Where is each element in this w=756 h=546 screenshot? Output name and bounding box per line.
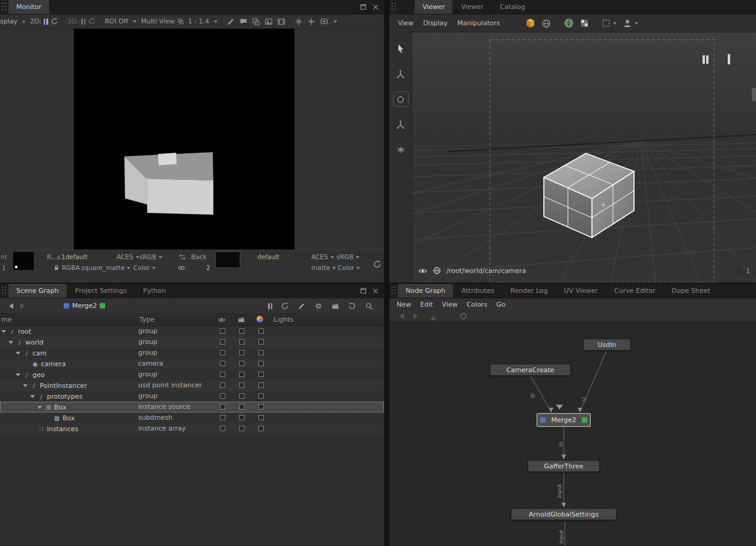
pixel-probe-icon[interactable]: [294, 17, 303, 26]
roi-dropdown[interactable]: ROI Off: [105, 17, 136, 25]
render-checkbox[interactable]: [239, 382, 245, 388]
save-image-icon[interactable]: [264, 17, 273, 26]
menu-item[interactable]: Display: [423, 19, 448, 27]
camera-view-dropdown[interactable]: [623, 19, 638, 28]
view-name[interactable]: 1default: [61, 253, 88, 260]
visibility-checkbox[interactable]: [220, 328, 225, 334]
tab[interactable]: Node Graph: [398, 284, 454, 298]
matte-b-dropdown[interactable]: matte: [311, 264, 336, 271]
node[interactable]: ArnoldGlobalSettings: [511, 508, 617, 520]
expand-arrow-icon[interactable]: [30, 395, 35, 400]
color-checkbox[interactable]: [258, 404, 264, 410]
expand-arrow-icon[interactable]: [37, 406, 42, 411]
menu-item[interactable]: Colors: [466, 301, 487, 308]
globe-icon[interactable]: [433, 266, 441, 275]
scale-tool-button[interactable]: [393, 117, 409, 132]
tab[interactable]: UV Viewer: [556, 284, 606, 298]
render-checkbox[interactable]: [239, 393, 245, 399]
color-checkbox[interactable]: [258, 328, 264, 334]
checker-background-icon[interactable]: [580, 19, 589, 28]
view-flag-triangle[interactable]: [556, 405, 563, 413]
pause-2d-button[interactable]: [44, 19, 48, 25]
visibility-checkbox[interactable]: [220, 361, 225, 366]
globe-icon[interactable]: [541, 19, 551, 28]
nav-back-button[interactable]: [397, 313, 404, 319]
render-checkbox[interactable]: [239, 361, 245, 366]
clapperboard-icon[interactable]: [331, 302, 340, 310]
camera-path[interactable]: /root/world/cam/camera: [447, 267, 526, 275]
tab[interactable]: Project Settings: [67, 284, 135, 298]
render-slot-label[interactable]: R...s: [47, 253, 60, 260]
menu-item[interactable]: View: [398, 19, 413, 27]
tab[interactable]: Scene Graph: [8, 284, 67, 298]
color-mode-b-dropdown[interactable]: Color: [338, 264, 360, 271]
maximize-pane-icon[interactable]: [359, 3, 367, 11]
scene-graph-row[interactable]: ∷ instances instance array: [0, 423, 384, 434]
menu-item[interactable]: View: [442, 301, 457, 308]
display-menu[interactable]: splay: [0, 17, 17, 25]
color-checkbox[interactable]: [258, 382, 264, 388]
color-checkbox[interactable]: [258, 393, 264, 399]
color-column-palette-icon[interactable]: [257, 316, 263, 322]
column-header-name[interactable]: me: [1, 316, 11, 324]
expand-arrow-icon[interactable]: [8, 341, 13, 346]
refresh-footer-icon[interactable]: [373, 260, 382, 269]
render-pause-button[interactable]: [703, 55, 709, 64]
select-tool-button[interactable]: [393, 41, 409, 57]
selection-mode-dropdown[interactable]: [602, 19, 617, 28]
copy-snapshot-icon[interactable]: [252, 17, 260, 26]
lock-icon[interactable]: [53, 264, 60, 271]
column-header-type[interactable]: Type: [139, 316, 154, 324]
pane-drag-handle[interactable]: [391, 286, 397, 296]
menu-item[interactable]: Go: [496, 301, 505, 308]
column-header-lights[interactable]: Lights: [273, 316, 293, 324]
scene-graph-row[interactable]: ∕ world group: [0, 337, 384, 348]
refresh-icon[interactable]: [281, 302, 289, 310]
channel-label[interactable]: RGBA: [62, 264, 80, 271]
tab[interactable]: Catalog: [492, 0, 534, 14]
transform-space-button[interactable]: [393, 142, 409, 158]
color-checkbox[interactable]: [258, 372, 264, 377]
edit-pencil-icon[interactable]: [297, 302, 306, 310]
crosshair-icon[interactable]: [307, 17, 316, 26]
catalog-thumbnail[interactable]: [13, 252, 34, 270]
back-buffer-label[interactable]: Back: [191, 253, 207, 260]
chevrons[interactable]: »: [22, 17, 26, 25]
history-back-button[interactable]: [6, 303, 13, 309]
render-checkbox[interactable]: [239, 415, 245, 420]
scene-graph-row[interactable]: ∕ geo group: [0, 369, 384, 380]
ocio-input-b-dropdown[interactable]: ACES: [311, 253, 334, 260]
pane-drag-handle[interactable]: [1, 2, 7, 12]
scene-graph-row[interactable]: ∕ prototypes group: [0, 391, 384, 402]
history-forward-button[interactable]: [20, 303, 28, 309]
viewer-3d-viewport[interactable]: /root/world/cam/camera 1: [412, 32, 756, 283]
render-stop-button[interactable]: [728, 55, 730, 63]
close-pane-icon[interactable]: [372, 4, 379, 11]
node-flag-blue[interactable]: [540, 417, 546, 423]
expand-arrow-icon[interactable]: [23, 384, 28, 390]
node[interactable]: GafferThree: [528, 460, 600, 472]
render-checkbox[interactable]: [239, 328, 245, 334]
color-checkbox[interactable]: [258, 426, 264, 431]
visibility-column-eye-icon[interactable]: [218, 316, 226, 324]
aspect-ratio-dropdown[interactable]: 1 : 1.4: [188, 17, 218, 25]
render-options-dropdown[interactable]: [320, 17, 337, 26]
flipbook-icon[interactable]: [277, 17, 285, 26]
render-checkbox[interactable]: [239, 350, 245, 355]
scene-graph-row[interactable]: ◉ camera camera: [0, 358, 384, 369]
render-checkbox[interactable]: [239, 339, 245, 345]
tab[interactable]: Python: [135, 284, 174, 298]
color-mode-dropdown[interactable]: Color: [133, 264, 156, 271]
frame-selection-icon[interactable]: [459, 312, 468, 321]
visibility-checkbox[interactable]: [220, 339, 225, 345]
close-pane-icon[interactable]: [372, 287, 379, 295]
ocio-display-dropdown[interactable]: sRGB: [139, 253, 162, 260]
node[interactable]: UsdIn: [583, 339, 631, 351]
node[interactable]: Merge2: [537, 413, 591, 427]
matte-dropdown[interactable]: square_matte: [81, 264, 130, 271]
node[interactable]: CameraCreate: [490, 364, 571, 376]
scene-graph-row[interactable]: ⊞ Box instance source: [0, 402, 384, 413]
nav-forward-button[interactable]: [413, 313, 421, 319]
shaded-cube-icon[interactable]: [525, 18, 535, 28]
menu-item[interactable]: Edit: [420, 301, 433, 308]
